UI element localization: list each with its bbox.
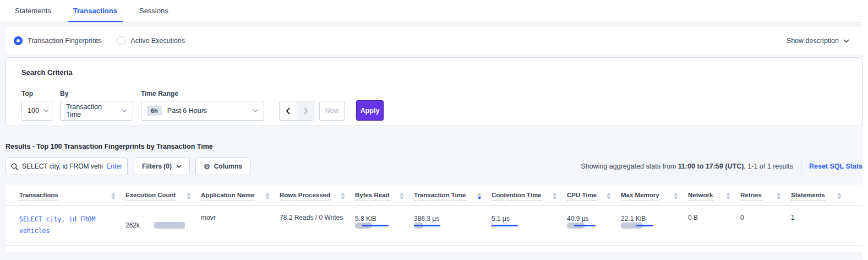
now-button[interactable]: Now bbox=[319, 101, 345, 121]
column-header-transactions[interactable]: Transactions bbox=[19, 187, 125, 205]
sort-icon[interactable] bbox=[111, 193, 116, 199]
time-range-label: Time Range bbox=[141, 90, 264, 98]
column-header-transaction-time[interactable]: Transaction Time bbox=[414, 187, 492, 205]
by-select[interactable]: Transaction Time bbox=[60, 101, 133, 121]
chevron-left-icon bbox=[285, 107, 291, 115]
columns-button[interactable]: ⚙ Columns bbox=[195, 158, 250, 175]
retries-value: 0 bbox=[740, 214, 744, 221]
by-label: By bbox=[60, 90, 133, 98]
cell-statements: 1 bbox=[791, 206, 851, 245]
sort-icon[interactable] bbox=[726, 193, 730, 199]
column-header-rows-processed[interactable]: Rows Processed bbox=[280, 187, 355, 205]
cell-execution-count: 262k bbox=[125, 206, 201, 245]
top-select-value: 100 bbox=[28, 107, 39, 115]
table-header-row: Transactions Execution Count Application… bbox=[6, 187, 862, 206]
column-header-retries[interactable]: Retries bbox=[740, 187, 791, 205]
cell-retries: 0 bbox=[740, 206, 791, 245]
time-range-badge: 6h bbox=[147, 106, 162, 116]
chevron-down-icon bbox=[253, 108, 258, 113]
radio-transaction-fingerprints[interactable]: Transaction Fingerprints bbox=[14, 36, 101, 45]
cell-network: 0 B bbox=[688, 206, 740, 245]
sort-icon[interactable] bbox=[265, 193, 270, 199]
results-table-card: Transactions Execution Count Application… bbox=[6, 185, 862, 252]
stats-period: 11:00 to 17:59 (UTC) bbox=[678, 162, 744, 170]
sort-icon[interactable] bbox=[341, 193, 345, 199]
time-range-field: Time Range 6h Past 6 Hours bbox=[141, 90, 264, 121]
by-field: By Transaction Time bbox=[60, 90, 133, 121]
column-header-bytes-read[interactable]: Bytes Read bbox=[355, 187, 414, 205]
chevron-down-icon bbox=[843, 38, 849, 44]
sort-icon[interactable] bbox=[400, 193, 404, 199]
column-header-statements[interactable]: Statements bbox=[791, 187, 851, 205]
show-description-toggle[interactable]: Show description bbox=[787, 37, 849, 45]
column-header-application-name[interactable]: Application Name bbox=[201, 187, 280, 205]
sort-icon[interactable] bbox=[674, 193, 678, 199]
results-title: Results - Top 100 Transaction Fingerprin… bbox=[6, 143, 862, 150]
radio-unchecked-icon[interactable] bbox=[117, 36, 125, 45]
cell-application-name: movr bbox=[201, 206, 280, 245]
contention-time-value: 5.1 µs bbox=[492, 214, 557, 223]
by-select-value: Transaction Time bbox=[66, 103, 117, 118]
rows-processed-value: 78.2 Reads / 0 Writes bbox=[280, 214, 343, 221]
reset-sql-stats-link[interactable]: Reset SQL Stats bbox=[809, 162, 862, 170]
chevron-down-icon bbox=[176, 164, 182, 169]
sort-icon[interactable] bbox=[837, 193, 842, 199]
time-range-select[interactable]: 6h Past 6 Hours bbox=[141, 101, 264, 121]
search-icon bbox=[11, 163, 18, 170]
time-interval-arrows bbox=[279, 101, 314, 121]
chevron-down-icon bbox=[122, 108, 127, 113]
radio-label-transaction-fingerprints: Transaction Fingerprints bbox=[28, 37, 101, 45]
top-field: Top 100 bbox=[21, 90, 52, 121]
sort-icon-active-desc[interactable] bbox=[477, 193, 482, 199]
execution-count-value: 262k bbox=[125, 221, 140, 229]
search-criteria-card: Search Criteria Top 100 By Transaction T… bbox=[6, 57, 862, 126]
column-header-max-memory[interactable]: Max Memory bbox=[621, 187, 688, 205]
search-enter-button[interactable]: Enter bbox=[106, 162, 122, 170]
view-toggle-strip: Transaction Fingerprints Active Executio… bbox=[6, 27, 862, 55]
results-controls: Enter Filters (0) ⚙ Columns Showing aggr… bbox=[6, 158, 862, 175]
bytes-read-value: 5.8 KiB bbox=[355, 214, 404, 223]
gear-icon: ⚙ bbox=[204, 162, 210, 171]
view-radio-group: Transaction Fingerprints Active Executio… bbox=[14, 36, 200, 45]
chevron-down-icon bbox=[43, 108, 49, 113]
sort-icon[interactable] bbox=[553, 193, 557, 199]
columns-label: Columns bbox=[214, 162, 242, 170]
tab-sessions[interactable]: Sessions bbox=[134, 1, 174, 22]
column-header-contention-time[interactable]: Contention Time bbox=[492, 187, 567, 205]
transaction-time-value: 386.3 µs bbox=[414, 214, 482, 223]
cell-contention-time: 5.1 µs bbox=[492, 206, 567, 245]
column-header-cpu-time[interactable]: CPU Time bbox=[567, 187, 621, 205]
search-criteria-title: Search Criteria bbox=[21, 68, 847, 77]
sort-icon[interactable] bbox=[607, 193, 611, 199]
cell-bytes-read: 5.8 KiB bbox=[355, 206, 414, 245]
next-interval-button[interactable] bbox=[297, 101, 314, 120]
previous-interval-button[interactable] bbox=[280, 101, 297, 120]
tab-statements[interactable]: Statements bbox=[9, 1, 57, 22]
show-description-label: Show description bbox=[787, 37, 839, 45]
top-select[interactable]: 100 bbox=[21, 101, 52, 121]
cpu-time-value: 40.9 µs bbox=[567, 214, 611, 223]
column-header-network[interactable]: Network bbox=[688, 187, 740, 205]
filters-button[interactable]: Filters (0) bbox=[134, 158, 190, 175]
application-name-value: movr bbox=[201, 214, 216, 221]
radio-checked-icon[interactable] bbox=[14, 36, 23, 45]
cell-transaction: SELECT city, id FROM vehicles bbox=[19, 206, 125, 245]
transaction-fingerprint-link[interactable]: SELECT city, id FROM vehicles bbox=[19, 214, 113, 236]
sort-icon[interactable] bbox=[777, 193, 781, 199]
sort-icon[interactable] bbox=[187, 193, 191, 199]
radio-active-executions[interactable]: Active Executions bbox=[117, 36, 185, 45]
column-header-execution-count[interactable]: Execution Count bbox=[125, 187, 201, 205]
cell-cpu-time: 40.9 µs bbox=[567, 206, 621, 245]
vertical-divider bbox=[801, 159, 801, 174]
time-range-value: Past 6 Hours bbox=[167, 107, 248, 115]
apply-button[interactable]: Apply bbox=[356, 100, 384, 121]
cell-max-memory: 22.1 KiB bbox=[621, 206, 688, 245]
stats-suffix: , 1-1 of 1 results bbox=[744, 162, 793, 170]
execution-count-bar bbox=[154, 222, 185, 229]
search-input[interactable] bbox=[22, 162, 103, 170]
scrollbar-gutter[interactable] bbox=[862, 0, 868, 260]
cell-rows-processed: 78.2 Reads / 0 Writes bbox=[280, 206, 355, 245]
fingerprint-search-box[interactable]: Enter bbox=[6, 158, 128, 175]
stats-prefix: Showing aggregated stats from bbox=[581, 162, 678, 170]
tab-transactions[interactable]: Transactions bbox=[68, 1, 123, 22]
